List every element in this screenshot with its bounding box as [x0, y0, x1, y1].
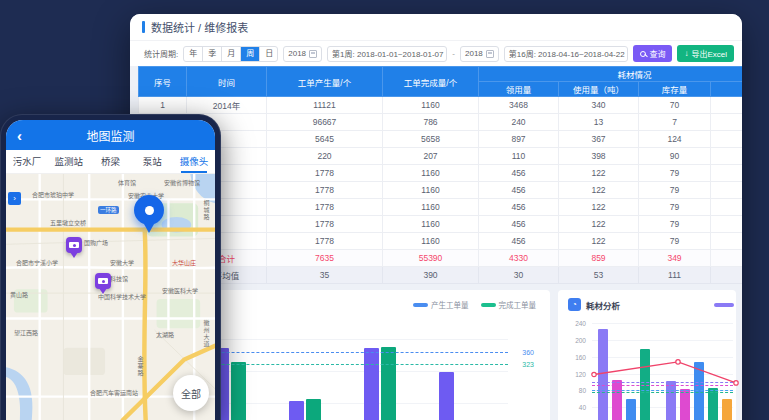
- bar-produced: [364, 348, 379, 420]
- legend-item: 完成工单量: [481, 299, 537, 310]
- table-cell: 250: [711, 97, 743, 114]
- right-chart-title: 耗材分析: [586, 299, 620, 311]
- table-cell: 90: [639, 148, 711, 165]
- table-cell: 1778: [267, 199, 383, 216]
- table-cell: 456: [479, 165, 559, 182]
- table-cell: 1160: [383, 199, 479, 216]
- map-label: 安徽医科大学: [162, 286, 198, 295]
- map-all-button[interactable]: 全部: [173, 375, 209, 411]
- camera-marker[interactable]: [66, 237, 82, 253]
- y-tick-label: 120: [566, 371, 586, 378]
- legend-label: 产生工单量: [431, 299, 469, 310]
- phone-tab-监测站[interactable]: 监测站: [48, 150, 90, 173]
- breadcrumb-text: 数据统计 / 维修报表: [151, 19, 248, 35]
- legend-item: 产生工单量: [413, 299, 469, 310]
- table-cell: 30: [479, 267, 559, 284]
- table-cell: 1160: [383, 97, 479, 114]
- table-cell: 4330: [479, 250, 559, 267]
- week-end-value: 第16周: 2018-04-16~2018-04-22: [509, 48, 625, 59]
- table-cell: 122: [559, 165, 639, 182]
- camera-marker[interactable]: [95, 273, 111, 289]
- map-label: 徽州大道: [202, 320, 211, 348]
- query-button[interactable]: 查询: [633, 45, 672, 62]
- selected-location-pin[interactable]: [134, 195, 164, 225]
- phone-tab-桥梁[interactable]: 桥梁: [90, 150, 132, 173]
- year-end-select[interactable]: 2018: [460, 46, 499, 62]
- table-cell: 79: [639, 216, 711, 233]
- search-icon: [640, 51, 646, 57]
- table-cell: 67: [711, 182, 743, 199]
- right-chart-body: 2402001601208040: [566, 316, 736, 420]
- period-option-周[interactable]: 周: [241, 47, 260, 61]
- table-cell: 67: [711, 233, 743, 250]
- table-cell: 70: [639, 97, 711, 114]
- table-cell: 3468: [479, 97, 559, 114]
- table-cell: 5645: [267, 131, 383, 148]
- table-cell: 456: [479, 199, 559, 216]
- phone-tab-泵站[interactable]: 泵站: [131, 150, 173, 173]
- year-end-value: 2018: [465, 49, 483, 58]
- y-tick-label: 160: [566, 354, 586, 361]
- map-label: 安徽大学: [110, 258, 134, 267]
- table-row: 12014年111211160346834070250: [139, 97, 743, 114]
- table-cell: 340: [559, 97, 639, 114]
- col-header: 序号: [139, 67, 187, 97]
- table-cell: 456: [479, 216, 559, 233]
- table-cell: 1160: [383, 233, 479, 250]
- table-cell: 140: [711, 267, 743, 284]
- week-start-input[interactable]: 第1周: 2018-01-01~2018-01-07: [327, 46, 447, 62]
- legend-swatch: [481, 303, 496, 307]
- map-label: 望江西路: [14, 328, 38, 337]
- screen: 数据统计 / 维修报表 统计周期: 年季月周日 2018 第1周: 2018-0…: [0, 0, 769, 420]
- phone-tab-污水厂[interactable]: 污水厂: [6, 150, 48, 173]
- table-cell: 111: [639, 267, 711, 284]
- col-header: 时间: [187, 67, 267, 97]
- table-row: 356455658897367124129: [139, 131, 743, 148]
- table-cell: 859: [559, 250, 639, 267]
- left-chart-legend: 产生工单量完成工单量: [413, 299, 536, 310]
- table-cell: 79: [639, 165, 711, 182]
- table-cell: 1778: [267, 165, 383, 182]
- table-cell: 5658: [383, 131, 479, 148]
- y-tick-label: 200: [566, 337, 586, 344]
- reference-label: 360: [522, 349, 534, 356]
- map-view[interactable]: 合肥市琥珀中学体育馆安徽农业大学安徽省博物馆桐城路一环路五里墩立交桥合肥市宁溪小…: [6, 174, 215, 420]
- period-segment[interactable]: 年季月周日: [183, 46, 278, 62]
- table-cell: 11121: [267, 97, 383, 114]
- map-expand-button[interactable]: ›: [8, 192, 21, 205]
- table-row: 6177811604561227967: [139, 182, 743, 199]
- bar-completed: [231, 362, 246, 420]
- back-icon[interactable]: ‹: [17, 128, 22, 143]
- period-option-月[interactable]: 月: [222, 47, 241, 61]
- period-option-年[interactable]: 年: [184, 47, 203, 61]
- filter-bar: 统计周期: 年季月周日 2018 第1周: 2018-01-01~2018-01…: [130, 40, 742, 66]
- avg-row: 平均值353903053111140: [139, 267, 743, 284]
- phone-header: ‹ 地图监测: [6, 120, 215, 150]
- export-button-label: 导出Excel: [691, 48, 727, 59]
- calendar-icon: [486, 50, 494, 58]
- period-option-日[interactable]: 日: [260, 47, 278, 61]
- report-table-body: 12014年1112111603468340702502966677862401…: [139, 97, 743, 284]
- trend-line: [592, 324, 733, 420]
- right-chart-header: ◔ 耗材分析: [558, 290, 736, 311]
- bar-produced: [439, 372, 454, 420]
- table-cell: 122: [559, 199, 639, 216]
- table-cell: 897: [479, 131, 559, 148]
- sub-col-header: 库存量: [639, 82, 711, 97]
- table-cell: 1778: [267, 182, 383, 199]
- y-tick-label: 240: [566, 320, 586, 327]
- table-cell: 129: [711, 131, 743, 148]
- table-cell: 390: [383, 267, 479, 284]
- period-option-季[interactable]: 季: [203, 47, 222, 61]
- col-header: 工单完成量/个: [383, 67, 479, 97]
- y-tick-label: 40: [566, 404, 586, 411]
- bar-completed: [306, 399, 321, 420]
- phone-tab-摄像头[interactable]: 摄像头: [173, 150, 215, 173]
- week-end-input[interactable]: 第16周: 2018-04-16~2018-04-22: [504, 46, 629, 62]
- table-header-row: 序号时间工单产生量/个工单完成量/个耗材情况: [139, 67, 743, 82]
- table-row: 5177811604561227967: [139, 165, 743, 182]
- export-excel-button[interactable]: ↓ 导出Excel: [677, 45, 734, 62]
- year-start-select[interactable]: 2018: [283, 46, 322, 62]
- table-cell: 124: [639, 131, 711, 148]
- download-icon: ↓: [684, 50, 688, 58]
